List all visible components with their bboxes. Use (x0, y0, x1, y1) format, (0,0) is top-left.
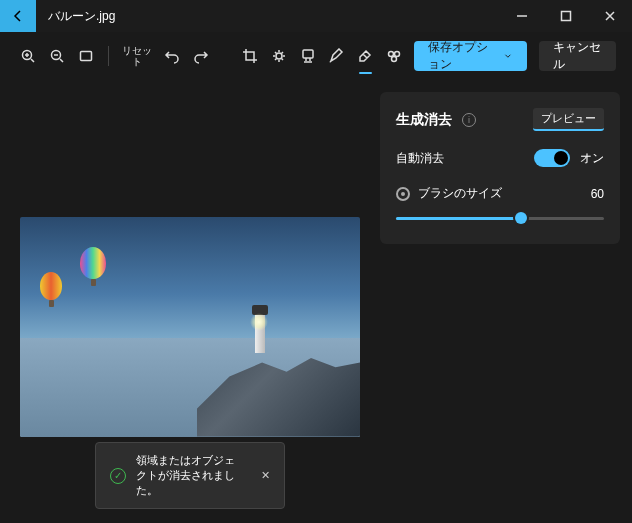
brush-size-value: 60 (591, 187, 604, 201)
crop-button[interactable] (238, 40, 263, 72)
window-title: バルーン.jpg (48, 8, 115, 25)
svg-rect-0 (562, 12, 571, 21)
background-button[interactable] (382, 40, 407, 72)
image-balloon-2 (40, 272, 62, 300)
edited-image[interactable] (20, 217, 360, 437)
filter-button[interactable] (295, 40, 320, 72)
separator (108, 46, 109, 66)
save-options-label: 保存オプション (428, 39, 496, 73)
svg-rect-3 (80, 52, 91, 61)
auto-erase-label: 自動消去 (396, 150, 524, 167)
maximize-button[interactable] (544, 0, 588, 32)
info-icon[interactable]: i (462, 113, 476, 127)
undo-button[interactable] (160, 40, 185, 72)
brush-icon (396, 187, 410, 201)
slider-fill (396, 217, 521, 220)
preview-button[interactable]: プレビュー (533, 108, 604, 131)
zoom-out-button[interactable] (45, 40, 70, 72)
content-area: ✓ 領域またはオブジェクトが消去されました。 ✕ 生成消去 i プレビュー 自動… (0, 80, 632, 523)
toast-notification: ✓ 領域またはオブジェクトが消去されました。 ✕ (95, 442, 285, 509)
svg-point-8 (391, 57, 396, 62)
panel-title: 生成消去 (396, 111, 452, 129)
toast-close-button[interactable]: ✕ (261, 469, 270, 482)
back-button[interactable] (0, 0, 36, 32)
image-lighthouse-light (250, 313, 268, 331)
svg-point-6 (388, 52, 393, 57)
titlebar: バルーン.jpg (0, 0, 632, 32)
redo-button[interactable] (188, 40, 213, 72)
close-button[interactable] (588, 0, 632, 32)
brush-size-slider[interactable] (396, 208, 604, 228)
zoom-in-button[interactable] (16, 40, 41, 72)
toolbar: リセット 保存オプション キャンセル (0, 32, 632, 80)
svg-point-4 (276, 53, 282, 59)
erase-button[interactable] (353, 40, 378, 72)
cancel-button[interactable]: キャンセル (539, 41, 617, 71)
svg-point-7 (394, 52, 399, 57)
toast-message: 領域またはオブジェクトが消去されました。 (136, 453, 243, 498)
auto-erase-toggle[interactable] (534, 149, 570, 167)
reset-button[interactable]: リセット (119, 40, 155, 72)
markup-button[interactable] (324, 40, 349, 72)
svg-rect-5 (303, 50, 313, 58)
minimize-button[interactable] (500, 0, 544, 32)
save-options-button[interactable]: 保存オプション (414, 41, 526, 71)
success-icon: ✓ (110, 468, 126, 484)
auto-erase-state: オン (580, 150, 604, 167)
adjust-button[interactable] (266, 40, 291, 72)
slider-thumb[interactable] (515, 212, 527, 224)
brush-size-label: ブラシのサイズ (418, 185, 502, 202)
fit-button[interactable] (74, 40, 99, 72)
erase-panel: 生成消去 i プレビュー 自動消去 オン ブラシのサイズ 60 (380, 92, 620, 244)
canvas-area: ✓ 領域またはオブジェクトが消去されました。 ✕ (0, 80, 380, 523)
image-balloon-1 (80, 247, 106, 279)
